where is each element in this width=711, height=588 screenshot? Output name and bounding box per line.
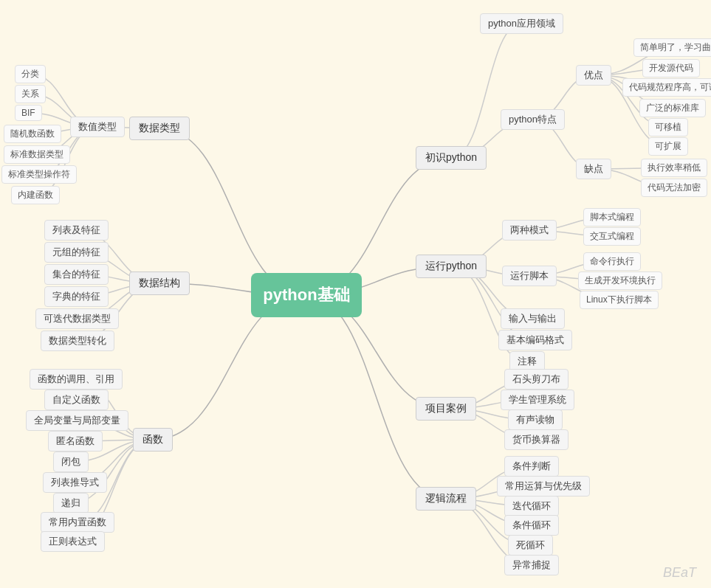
node-advantage: 优点 — [576, 65, 611, 86]
node-rs1: 命令行执行 — [583, 252, 641, 271]
node-code-format: 基本编码格式 — [498, 330, 572, 350]
node-fn7: 递归 — [53, 493, 89, 513]
node-disadvantage: 缺点 — [576, 159, 611, 179]
node-adv2: 开发源代码 — [642, 59, 700, 77]
node-dt7: 内建函数 — [11, 186, 60, 204]
node-fn6: 列表推导式 — [43, 472, 107, 493]
node-ds5: 可迭代数据类型 — [35, 308, 119, 329]
node-dis1: 执行效率稍低 — [641, 159, 707, 177]
node-py-feature: python特点 — [501, 109, 565, 130]
node-py-app: python应用领域 — [480, 13, 563, 34]
node-two-modes: 两种模式 — [502, 220, 557, 241]
node-lf2: 常用运算与优先级 — [497, 476, 590, 497]
node-fn3: 全局变量与局部变量 — [26, 410, 128, 431]
node-lf4: 条件循环 — [504, 515, 559, 536]
node-ds2: 元组的特征 — [44, 242, 109, 263]
node-logic-flow: 逻辑流程 — [416, 487, 476, 511]
node-lf6: 异常捕捉 — [504, 555, 559, 575]
node-dt4: 随机数函数 — [4, 125, 61, 143]
node-proj2: 学生管理系统 — [501, 390, 574, 410]
node-rs2: 生成开发环境执行 — [578, 271, 662, 290]
watermark: BEaT — [663, 565, 696, 581]
node-fn2: 自定义函数 — [44, 390, 109, 410]
node-ds4: 字典的特征 — [44, 286, 109, 307]
node-mode2: 交互式编程 — [583, 227, 641, 246]
node-lf1: 条件判断 — [504, 456, 559, 477]
node-io: 输入与输出 — [501, 308, 565, 329]
node-adv6: 可扩展 — [648, 137, 688, 156]
node-dt3: BIF — [15, 105, 42, 121]
node-fn9: 正则表达式 — [41, 531, 105, 552]
node-fn1: 函数的调用、引用 — [30, 369, 123, 390]
node-proj1: 石头剪刀布 — [504, 369, 569, 390]
node-rs3: Linux下执行脚本 — [580, 291, 659, 309]
node-proj4: 货币换算器 — [504, 429, 569, 450]
node-data-types: 数据类型 — [129, 117, 190, 140]
node-ds1: 列表及特征 — [44, 220, 109, 241]
node-adv4: 广泛的标准库 — [639, 99, 706, 117]
node-numeric-type: 数值类型 — [70, 117, 125, 137]
node-adv3: 代码规范程序高，可读性强 — [622, 78, 711, 97]
node-fn8: 常用内置函数 — [41, 512, 114, 533]
node-dis2: 代码无法加密 — [641, 179, 707, 197]
node-lf3: 迭代循环 — [504, 496, 559, 516]
node-dt2: 关系 — [15, 85, 46, 103]
node-adv1: 简单明了，学习曲线低 — [633, 38, 711, 57]
center-node: python基础 — [251, 273, 362, 317]
node-intro-python: 初识python — [416, 146, 487, 170]
node-dt1: 分类 — [15, 65, 46, 83]
center-label: python基础 — [263, 284, 349, 306]
node-dt6: 标准类型操作符 — [1, 165, 77, 184]
node-ds3: 集合的特征 — [44, 264, 109, 285]
node-dt5: 标准数据类型 — [4, 145, 70, 164]
node-proj3: 有声读物 — [508, 409, 563, 430]
node-mode1: 脚本式编程 — [583, 208, 641, 226]
node-lf5: 死循环 — [508, 535, 553, 556]
node-adv5: 可移植 — [648, 118, 688, 136]
node-run-python: 运行python — [416, 255, 487, 278]
node-projects: 项目案例 — [416, 397, 476, 421]
node-fn4: 匿名函数 — [48, 431, 103, 452]
node-ds6: 数据类型转化 — [41, 331, 114, 351]
node-run-script: 运行脚本 — [502, 266, 557, 286]
node-functions: 函数 — [133, 428, 173, 452]
node-fn5: 闭包 — [53, 452, 89, 472]
node-data-struct: 数据结构 — [129, 271, 190, 295]
